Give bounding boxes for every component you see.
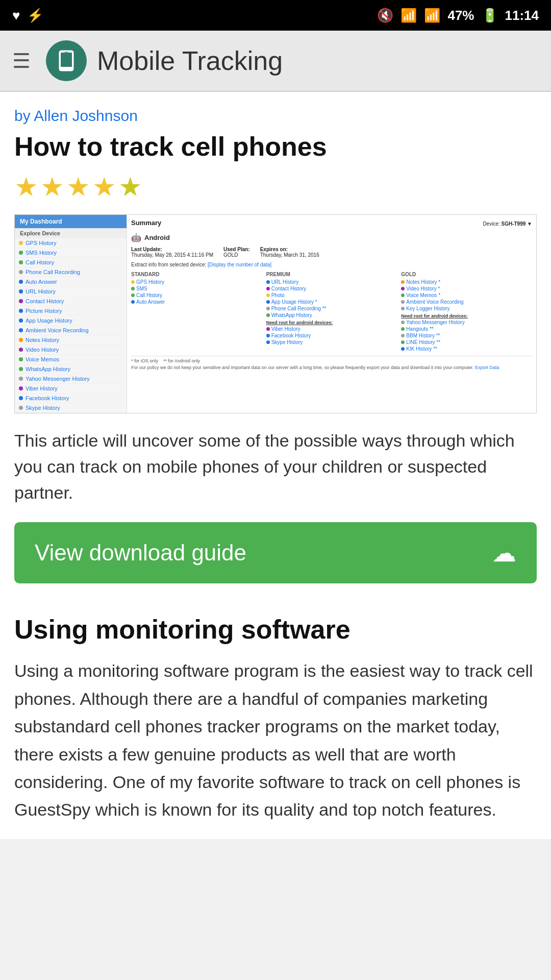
author-link[interactable]: by Allen Joshnson bbox=[14, 107, 537, 125]
screenshot-device-label: Device: SGH-T999 ▼ bbox=[483, 221, 532, 227]
usb-symbol: ⚡ bbox=[27, 8, 43, 23]
ss-item-auto: Auto Answer bbox=[15, 277, 127, 287]
time-display: 11:14 bbox=[505, 8, 539, 23]
plan-gold: GOLD Notes History * Video History * Voi… bbox=[401, 272, 532, 353]
info-last-update: Last Update: Thursday, May 28, 2015 4:11… bbox=[131, 247, 213, 258]
rating-stars: ★ ★ ★ ★ ★ bbox=[14, 172, 537, 202]
ss-item-appusage: App Usage History bbox=[15, 316, 127, 326]
article-intro: This article will uncover some of the po… bbox=[14, 428, 537, 506]
svg-rect-1 bbox=[61, 53, 72, 67]
plan-premium: PREMIUM URL History Contact History Phot… bbox=[266, 272, 397, 353]
status-bar: ♥ ⚡ 🔇 📶 📶 47% 🔋 11:14 bbox=[0, 0, 551, 31]
star-5: ★ bbox=[118, 172, 142, 202]
usb-icon: ♥ bbox=[12, 8, 20, 23]
star-2: ★ bbox=[40, 172, 64, 202]
menu-icon[interactable]: ☰ bbox=[12, 49, 31, 72]
view-download-guide-button[interactable]: View download guide ☁ bbox=[14, 522, 537, 583]
wifi-icon: 📶 bbox=[400, 8, 417, 23]
app-logo bbox=[46, 40, 87, 81]
screenshot-explore-section: Explore Device bbox=[15, 228, 127, 238]
section1-body: Using a monitoring software program is t… bbox=[14, 657, 537, 823]
cta-button-label: View download guide bbox=[35, 540, 246, 566]
screenshot-plans: STANDARD GPS History SMS Call History Au… bbox=[131, 272, 532, 353]
app-title: Mobile Tracking bbox=[97, 45, 283, 76]
star-3: ★ bbox=[66, 172, 90, 202]
main-content: by Allen Joshnson How to track cell phon… bbox=[0, 92, 551, 839]
ss-item-voice: Voice Memos bbox=[15, 355, 127, 364]
app-bar: ☰ Mobile Tracking bbox=[0, 31, 551, 92]
plan-standard: STANDARD GPS History SMS Call History Au… bbox=[131, 272, 262, 353]
ss-item-picture: Picture History bbox=[15, 306, 127, 316]
screenshot-info-row: Last Update: Thursday, May 28, 2015 4:11… bbox=[131, 247, 532, 258]
ss-item-call: Call History bbox=[15, 258, 127, 267]
status-bar-right: 🔇 📶 📶 47% 🔋 11:14 bbox=[377, 8, 539, 23]
ss-item-url: URL History bbox=[15, 287, 127, 297]
info-used-plan: Used Plan: GOLD bbox=[223, 247, 250, 258]
star-4: ★ bbox=[92, 172, 116, 202]
info-expires: Expires on: Thursday, March 31, 2016 bbox=[260, 247, 319, 258]
ss-item-viber: Viber History bbox=[15, 384, 127, 394]
signal-icon: 📶 bbox=[424, 8, 440, 23]
star-1: ★ bbox=[14, 172, 38, 202]
ss-item-skype: Skype History bbox=[15, 403, 127, 413]
article-title: How to track cell phones bbox=[14, 131, 537, 162]
ss-item-contact: Contact History bbox=[15, 297, 127, 306]
screenshot-android-row: 🤖 Android bbox=[131, 233, 532, 242]
svg-rect-3 bbox=[64, 52, 68, 53]
ss-item-gps: GPS History bbox=[15, 238, 127, 248]
ss-item-video: Video History bbox=[15, 345, 127, 355]
status-bar-left: ♥ ⚡ bbox=[12, 8, 43, 23]
ss-item-notes: Notes History bbox=[15, 335, 127, 345]
ss-item-whatsapp: WhatsApp History bbox=[15, 364, 127, 374]
ss-item-facebook: Facebook History bbox=[15, 394, 127, 403]
screenshot-summary-title: Summary bbox=[131, 219, 161, 227]
ss-item-pcr: Phone Call Recording bbox=[15, 267, 127, 277]
svg-point-2 bbox=[65, 68, 68, 70]
phone-icon bbox=[54, 48, 79, 73]
screenshot-device-row: Summary Device: SGH-T999 ▼ bbox=[131, 219, 532, 229]
app-screenshot: My Dashboard Explore Device GPS History … bbox=[14, 214, 537, 413]
ss-item-yahoo: Yahoo Messenger History bbox=[15, 374, 127, 384]
battery-text: 47% bbox=[447, 8, 474, 23]
cloud-icon: ☁ bbox=[492, 538, 516, 567]
android-label: Android bbox=[144, 234, 170, 241]
ss-item-sms: SMS History bbox=[15, 248, 127, 258]
screenshot-main: Summary Device: SGH-T999 ▼ 🤖 Android Las… bbox=[127, 215, 536, 413]
battery-icon: 🔋 bbox=[482, 8, 498, 23]
android-icon: 🤖 bbox=[131, 233, 141, 242]
screenshot-sidebar: My Dashboard Explore Device GPS History … bbox=[15, 215, 127, 413]
screenshot-extract-row: Extract info from selected device: [Disp… bbox=[131, 262, 532, 267]
mute-icon: 🔇 bbox=[377, 8, 393, 23]
ss-item-ambient: Ambient Voice Recording bbox=[15, 326, 127, 335]
screenshot-sidebar-header: My Dashboard bbox=[15, 215, 127, 228]
screenshot-footer: * for iOS only ** for Android only For o… bbox=[131, 356, 532, 370]
section1-title: Using monitoring software bbox=[14, 614, 537, 645]
